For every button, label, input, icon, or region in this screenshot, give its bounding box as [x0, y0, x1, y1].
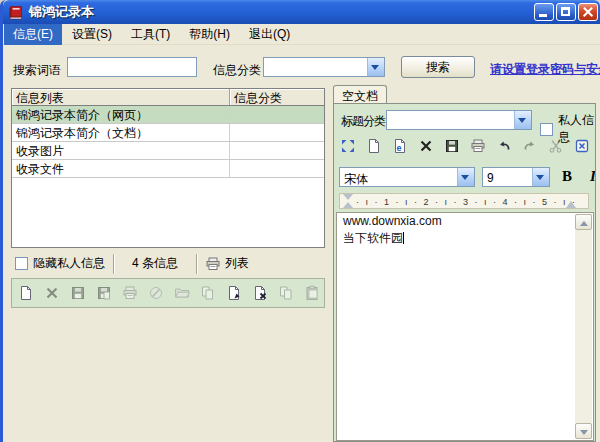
webpage-icon[interactable]: e — [392, 138, 408, 154]
table-row[interactable]: 收录图片 — [12, 142, 324, 160]
dropdown-button[interactable] — [514, 111, 531, 129]
chevron-down-icon — [461, 175, 469, 180]
editor-panel: 标题分类 私人信息 e 宋体 9 B I — [333, 103, 596, 442]
tab-empty-document[interactable]: 空文档 — [333, 85, 387, 104]
expand-icon[interactable] — [340, 138, 356, 154]
duplicate-document-icon — [200, 285, 216, 301]
font-size-value: 9 — [487, 171, 494, 185]
text-line: www.downxia.com — [337, 213, 593, 229]
open-folder-icon — [174, 285, 190, 301]
list-toolbar — [11, 278, 325, 308]
search-button[interactable]: 搜索 — [401, 56, 475, 78]
italic-button[interactable]: I — [590, 168, 596, 185]
column-header-info-list[interactable]: 信息列表 — [12, 89, 230, 105]
search-keyword-input[interactable] — [67, 57, 197, 77]
table-row[interactable]: 收录文件 — [12, 160, 324, 178]
ruler: · ı · 1 · ı · 2 · ı · 3 · ı · 4 · ı · 5 … — [339, 193, 589, 209]
font-size-select[interactable]: 9 — [482, 167, 550, 187]
hide-private-checkbox[interactable] — [15, 257, 28, 270]
title-category-select[interactable] — [386, 110, 532, 130]
menu-item-exit[interactable]: 退出(Q) — [240, 24, 299, 45]
chevron-up-icon — [580, 221, 588, 226]
new-document-icon[interactable] — [18, 285, 34, 301]
scroll-down-button[interactable] — [575, 423, 592, 439]
bold-button[interactable]: B — [562, 168, 572, 185]
dropdown-button[interactable] — [367, 58, 384, 76]
editor-toolbar: e — [340, 138, 590, 154]
maximize-icon — [561, 7, 570, 16]
app-window: 锦鸿记录本 信息(E) 设置(S) 工具(T) 帮助(H) 退出(Q) 搜索词语… — [0, 0, 600, 442]
edit-document-icon[interactable] — [226, 285, 242, 301]
cell-category — [230, 160, 324, 177]
hide-private-label: 隐藏私人信息 — [33, 255, 105, 272]
minimize-button[interactable] — [534, 3, 554, 21]
table-row[interactable]: 锦鸿记录本简介（文档） — [12, 124, 324, 142]
print-icon[interactable] — [470, 138, 486, 154]
font-row: 宋体 9 B I — [334, 166, 595, 188]
info-list-table: 信息列表 信息分类 锦鸿记录本简介（网页）锦鸿记录本简介（文档）收录图片收录文件 — [11, 88, 325, 248]
cell-title: 收录文件 — [12, 160, 230, 177]
text-cursor — [403, 232, 404, 244]
search-keyword-label: 搜索词语 — [13, 62, 61, 79]
minimize-icon — [539, 14, 547, 17]
scroll-up-button[interactable] — [575, 214, 592, 230]
save-icon[interactable] — [444, 138, 460, 154]
table-header: 信息列表 信息分类 — [12, 89, 324, 106]
table-body: 锦鸿记录本简介（网页）锦鸿记录本简介（文档）收录图片收录文件 — [12, 106, 324, 178]
paste-icon — [304, 285, 320, 301]
menu-item-settings[interactable]: 设置(S) — [63, 24, 121, 45]
vertical-scrollbar[interactable] — [575, 214, 592, 439]
cell-category — [230, 106, 324, 123]
titlebar[interactable]: 锦鸿记录本 — [3, 0, 600, 24]
first-line-indent-marker[interactable] — [343, 194, 353, 200]
delete-icon — [44, 285, 60, 301]
maximize-button[interactable] — [556, 3, 576, 21]
info-count: 4 条信息 — [132, 255, 178, 272]
cancel-document-icon[interactable] — [252, 285, 268, 301]
cell-title: 锦鸿记录本简介（网页） — [12, 106, 230, 123]
app-book-icon — [8, 4, 24, 20]
menu-item-help[interactable]: 帮助(H) — [180, 24, 239, 45]
chevron-down-icon — [580, 430, 588, 435]
private-info-checkbox[interactable] — [540, 123, 553, 136]
cell-category — [230, 142, 324, 159]
print-list-label: 列表 — [225, 255, 249, 272]
title-category-label: 标题分类 — [341, 113, 385, 130]
chevron-down-icon — [536, 175, 544, 180]
cell-title: 收录图片 — [12, 142, 230, 159]
window-controls — [532, 3, 598, 21]
ruler-scale: · ı · 1 · ı · 2 · ı · 3 · ı · 4 · ı · 5 … — [356, 197, 577, 207]
hide-private-checkbox-group[interactable]: 隐藏私人信息 — [15, 255, 105, 272]
font-family-select[interactable]: 宋体 — [339, 167, 475, 187]
text-line: 当下软件园 — [337, 229, 593, 248]
search-category-select[interactable] — [263, 57, 385, 77]
save-as-icon — [96, 285, 112, 301]
menu-bar: 信息(E) 设置(S) 工具(T) 帮助(H) 退出(Q) — [3, 24, 600, 45]
undo-icon[interactable] — [496, 138, 512, 154]
dropdown-button[interactable] — [532, 168, 549, 186]
print-list-button[interactable]: 列表 — [205, 255, 249, 272]
print-icon — [122, 285, 138, 301]
column-header-info-category[interactable]: 信息分类 — [230, 89, 324, 105]
redo-icon — [522, 138, 538, 154]
close-box-icon[interactable] — [574, 138, 590, 154]
font-family-value: 宋体 — [344, 171, 368, 188]
dropdown-button[interactable] — [457, 168, 474, 186]
separator — [113, 254, 114, 274]
menu-item-tools[interactable]: 工具(T) — [122, 24, 179, 45]
table-row[interactable]: 锦鸿记录本简介（网页） — [12, 106, 324, 124]
block-icon — [148, 285, 164, 301]
cell-category — [230, 124, 324, 141]
document-text-area[interactable]: www.downxia.com 当下软件园 — [336, 212, 594, 441]
chevron-down-icon — [518, 118, 526, 123]
delete-icon[interactable] — [418, 138, 434, 154]
svg-text:e: e — [397, 143, 402, 153]
printer-icon — [205, 256, 221, 272]
list-footer: 隐藏私人信息 4 条信息 列表 — [11, 251, 325, 276]
new-document-icon[interactable] — [366, 138, 382, 154]
menu-item-info[interactable]: 信息(E) — [4, 24, 62, 45]
hanging-indent-marker[interactable] — [343, 202, 353, 208]
close-button[interactable] — [578, 3, 598, 21]
security-settings-link[interactable]: 请设置登录密码与安全 — [490, 61, 600, 78]
window-title: 锦鸿记录本 — [29, 3, 94, 21]
